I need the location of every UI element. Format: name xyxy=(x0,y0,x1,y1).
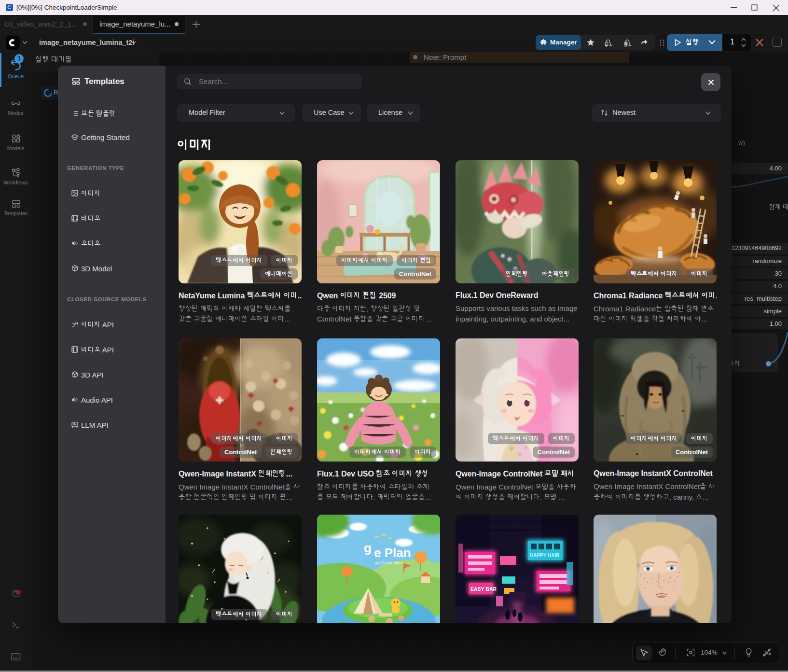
svg-text:e Plan: e Plan xyxy=(374,546,411,560)
svg-text:EASY BAR: EASY BAR xyxy=(470,586,497,592)
svg-text:HAPPY HAIR: HAPPY HAIR xyxy=(530,553,560,558)
svg-text:g: g xyxy=(364,541,372,555)
svg-text:ark Fresh Vibes.: ark Fresh Vibes. xyxy=(375,560,405,565)
